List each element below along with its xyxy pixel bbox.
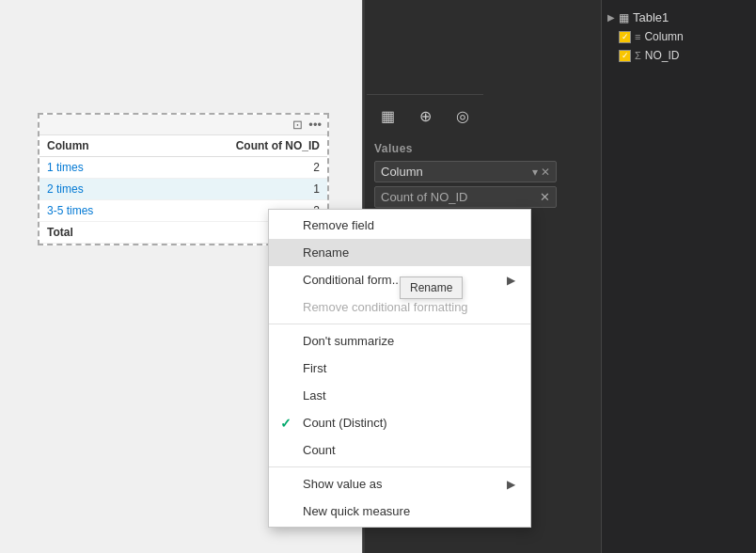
column-pill-text: Column	[381, 165, 423, 179]
row-count: 1	[150, 179, 327, 200]
field-name-noid: NO_ID	[645, 49, 680, 62]
table-card-toolbar: ⊡ •••	[39, 115, 327, 135]
column-pill-remove[interactable]: ▾ ✕	[532, 166, 550, 179]
count-pill-text: Count of NO_ID	[381, 190, 468, 204]
count-pill[interactable]: Count of NO_ID ✕	[374, 186, 557, 208]
context-menu-separator	[269, 466, 530, 467]
total-label: Total	[39, 222, 150, 244]
row-count: 2	[150, 157, 327, 179]
col-header-count: Count of NO_ID	[150, 135, 327, 157]
context-menu-item-don't-summarize[interactable]: Don't summarize	[269, 327, 530, 355]
noid-checkbox[interactable]: ✓	[619, 50, 631, 62]
context-menu-item-first[interactable]: First	[269, 355, 530, 382]
ctx-item-label: Count	[303, 443, 336, 457]
submenu-arrow-icon: ▶	[507, 478, 515, 491]
values-label: Values	[374, 142, 557, 155]
toolbar-paint-icon[interactable]: ⊕	[408, 101, 442, 131]
field-item-column[interactable]: ✓ ≡ Column	[602, 27, 756, 46]
context-menu-item-show-value-as[interactable]: Show value as▶	[269, 470, 530, 498]
context-menu-item-new-quick-measure[interactable]: New quick measure	[269, 498, 530, 525]
rename-tooltip-text: Rename	[410, 281, 452, 294]
ctx-item-label: First	[303, 361, 326, 375]
table-row: 1 times 2	[39, 157, 327, 179]
table-group-name: Table1	[633, 10, 669, 24]
context-menu-item-count-distinct[interactable]: ✓Count (Distinct)	[269, 409, 530, 436]
values-panel: Values Column ▾ ✕ Count of NO_ID ✕	[367, 136, 564, 217]
expand-icon[interactable]: ⊡	[292, 118, 303, 132]
noid-field-icon: Σ	[635, 50, 641, 61]
rename-tooltip: Rename	[400, 276, 463, 299]
toolbar-format-icon[interactable]: ▦	[370, 101, 404, 131]
context-menu-item-rename[interactable]: Rename	[269, 239, 530, 266]
ctx-item-label: Last	[303, 388, 326, 403]
row-col: 2 times	[39, 179, 150, 200]
ctx-item-label: Remove conditional formatting	[303, 300, 468, 314]
ctx-item-label: New quick measure	[303, 504, 410, 518]
column-checkbox[interactable]: ✓	[619, 31, 631, 43]
count-pill-remove[interactable]: ✕	[540, 190, 550, 204]
context-menu: Remove fieldRenameConditional form...▶Re…	[268, 209, 531, 528]
ctx-item-label: Rename	[303, 245, 349, 260]
column-field-icon: ≡	[635, 31, 640, 42]
ctx-item-label: Show value as	[303, 477, 383, 491]
col-header-column: Column	[39, 135, 150, 157]
context-menu-item-remove-field[interactable]: Remove field	[269, 212, 530, 239]
toolbar-row2: ▦ ⊕ ◎	[367, 94, 483, 136]
ctx-item-label: Remove field	[303, 218, 374, 232]
table-row: 2 times 1	[39, 179, 327, 200]
more-icon[interactable]: •••	[308, 118, 322, 132]
toolbar-analytics-icon[interactable]: ◎	[446, 101, 480, 131]
ctx-item-label: Don't summarize	[303, 334, 394, 348]
row-col: 1 times	[39, 157, 150, 179]
column-pill[interactable]: Column ▾ ✕	[374, 161, 557, 182]
right-panel: ▶ ▦ Table1 ✓ ≡ Column ✓ Σ NO_ID	[601, 0, 756, 553]
checkmark-icon: ✓	[280, 416, 291, 431]
context-menu-item-count[interactable]: Count	[269, 436, 530, 464]
field-name-column: Column	[644, 30, 683, 43]
field-item-noid[interactable]: ✓ Σ NO_ID	[602, 46, 756, 65]
context-menu-item-last[interactable]: Last	[269, 382, 530, 409]
context-menu-separator	[269, 324, 530, 324]
ctx-item-label: Conditional form...	[303, 273, 402, 287]
submenu-arrow-icon: ▶	[507, 274, 515, 287]
table-header-row: Column Count of NO_ID	[39, 135, 327, 157]
ctx-item-label: Count (Distinct)	[303, 416, 387, 430]
table-group-icon: ▦	[619, 11, 629, 24]
field-group-table1[interactable]: ▶ ▦ Table1	[602, 8, 756, 27]
expand-arrow: ▶	[607, 12, 615, 23]
row-col: 3-5 times	[39, 200, 150, 222]
